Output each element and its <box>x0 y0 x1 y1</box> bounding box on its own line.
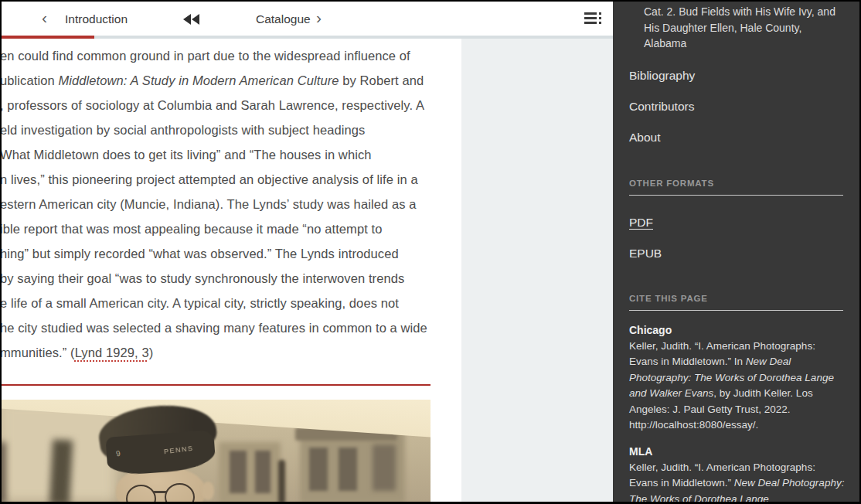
sidebar-item-bibliography[interactable]: Bibliography <box>629 68 845 83</box>
essay-text-line: What Middletown does to get its living” … <box>0 142 461 167</box>
contents-panel: Cat. 2. Bud Fields with His Wife Ivy, an… <box>613 0 861 504</box>
next-section-link[interactable]: Catalogue <box>256 12 311 26</box>
chevron-left-icon[interactable]: ‹ <box>42 9 47 26</box>
sidebar-item-contributors[interactable]: Contributors <box>629 99 845 114</box>
essay-content-pane: en could find common ground in part due … <box>0 39 461 504</box>
reading-progress-track <box>0 36 613 39</box>
mla-citation-label: MLA <box>629 444 845 458</box>
epub-download-link[interactable]: EPUB <box>629 246 845 261</box>
photo-window <box>373 444 396 491</box>
pdf-download-link[interactable]: PDF <box>629 215 845 230</box>
section-divider-rule <box>0 384 430 386</box>
photo-tree-trunk <box>49 439 73 502</box>
rewind-to-start-icon[interactable] <box>183 14 200 28</box>
prev-section-link[interactable]: Introduction <box>65 12 128 26</box>
photo-edge-shadow <box>0 442 6 502</box>
essay-text-line: estern American city (Muncie, Indiana). … <box>0 192 461 216</box>
essay-text-line: mmunities.” (Lynd 1929, 3) <box>0 340 461 365</box>
sidebar-item-about[interactable]: About <box>629 130 845 145</box>
mla-citation-text: Keller, Judith. “I. American Photographs… <box>629 460 845 504</box>
essay-text-line: en could find common ground in part due … <box>0 43 461 68</box>
chicago-citation-text: Keller, Judith. “I. American Photographs… <box>629 339 845 434</box>
photo-post <box>278 460 285 502</box>
photo-window <box>255 451 271 493</box>
photo-window <box>230 451 247 493</box>
chevron-right-icon[interactable]: › <box>316 9 322 26</box>
citation-link[interactable]: Lynd 1929, 3 <box>75 346 149 359</box>
progress-fill <box>0 36 94 39</box>
cite-this-page-heading: CITE THIS PAGE <box>629 293 845 304</box>
toc-item-catalogue-entry[interactable]: Cat. 2. Bud Fields with His Wife Ivy, an… <box>644 0 845 52</box>
essay-paragraph: en could find common ground in part due … <box>0 43 461 365</box>
essay-text-line: e life of a small American city. A typic… <box>0 291 461 315</box>
photo-building-left <box>219 442 281 502</box>
photo-cap-number: 9 <box>115 449 121 458</box>
photo-man-ear <box>202 482 214 500</box>
table-of-contents-icon[interactable] <box>584 12 603 27</box>
essay-text-line: he city studied was selected a shaving m… <box>0 315 461 340</box>
essay-figure-photo[interactable]: PENNS 9 <box>0 400 430 502</box>
ebook-reader-window: ‹ Introduction Catalogue › en could find… <box>0 0 861 504</box>
page-gutter <box>461 39 613 504</box>
essay-text-line: by saying their goal “was to study synch… <box>0 266 461 291</box>
cite-divider <box>629 310 843 311</box>
essay-text-line: , professors of sociology at Columbia an… <box>0 93 461 117</box>
top-navigation-bar: ‹ Introduction Catalogue › <box>0 0 613 39</box>
photo-window <box>309 448 328 491</box>
essay-text-line: hing” but simply recorded “what was obse… <box>0 241 461 266</box>
essay-text-line: eld investigation by social anthropologi… <box>0 117 461 142</box>
essay-text-line: n lives,” this pioneering project attemp… <box>0 167 461 192</box>
photo-window <box>339 448 357 491</box>
other-formats-heading: OTHER FORMATS <box>629 178 845 189</box>
chicago-citation-label: Chicago <box>629 323 845 337</box>
photo-eyeglasses-bridge <box>154 491 166 493</box>
essay-text-line: ible report that was most appealing beca… <box>0 216 461 241</box>
other-formats-divider <box>629 195 843 196</box>
essay-text-line: ublication Middletown: A Study in Modern… <box>0 68 461 93</box>
